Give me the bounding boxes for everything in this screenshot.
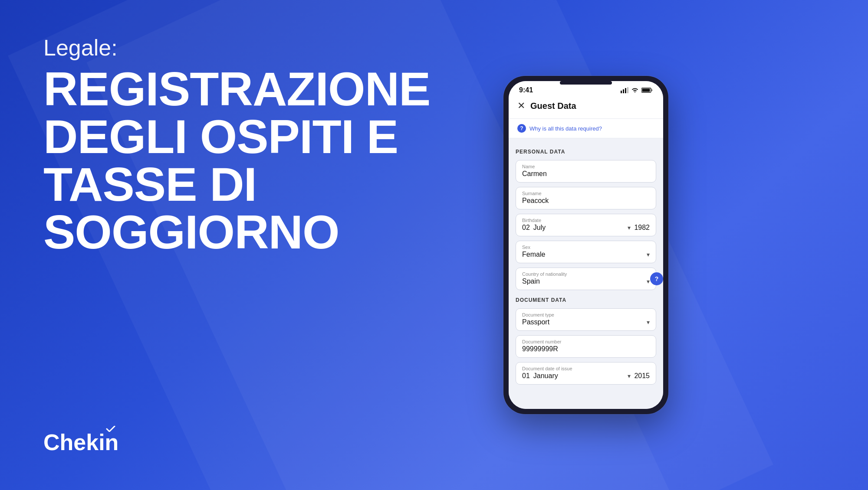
surname-value: Peacock [522,197,650,205]
nationality-field[interactable]: Country of nationality Spain ▾ [516,268,656,290]
doc-issue-month-chevron[interactable]: ▾ [628,372,631,379]
doc-type-field[interactable]: Document type Passport ▾ [516,308,656,331]
wifi-icon [631,87,639,93]
svg-rect-0 [621,91,622,93]
document-data-section-title: DOCUMENT DATA [516,297,656,303]
chekin-logo: Chekin [43,429,399,455]
status-time: 9:41 [519,86,533,94]
svg-rect-6 [651,89,653,91]
battery-icon [641,87,653,93]
brand-label: Legale: [43,35,399,61]
info-text: Why is all this data required? [529,125,602,132]
doc-type-chevron[interactable]: ▾ [647,319,650,326]
nationality-help-button[interactable]: ? [650,272,663,285]
title-line-2: DEGLI OSPITI E [43,113,399,160]
sex-label: Sex [522,245,650,250]
svg-rect-5 [642,89,650,92]
signal-icon [621,87,628,93]
nationality-chevron[interactable]: ▾ [647,278,650,285]
doc-issue-day: 01 [522,372,530,380]
doc-issue-label: Document date of issue [522,366,650,371]
title-line-3: TASSE DI [43,160,399,208]
surname-label: Surname [522,191,650,196]
svg-rect-1 [623,89,624,93]
svg-rect-3 [627,87,628,93]
title-line-4: SOGGIORNO [43,208,399,256]
birthdate-label: Birthdate [522,218,650,223]
left-panel: Legale: REGISTRAZIONE DEGLI OSPITI E TAS… [0,0,434,490]
doc-issue-year: 2015 [634,372,650,380]
phone-frame: 9:41 [503,76,668,414]
name-field[interactable]: Name Carmen [516,160,656,183]
nationality-value: Spain [522,278,540,285]
app-content[interactable]: PERSONAL DATA Name Carmen Surname Peacoc… [509,138,663,409]
name-value: Carmen [522,170,650,178]
birthdate-month: July [533,224,546,232]
personal-data-section-title: PERSONAL DATA [516,149,656,155]
sex-value: Female [522,251,545,258]
birthdate-month-chevron[interactable]: ▾ [628,224,631,231]
main-title: REGISTRAZIONE DEGLI OSPITI E TASSE DI SO… [43,65,399,256]
phone-screen: 9:41 [509,81,663,409]
top-content: Legale: REGISTRAZIONE DEGLI OSPITI E TAS… [43,35,399,256]
doc-issue-month: January [533,372,558,380]
app-header: ✕ Guest Data [509,97,663,119]
title-line-1: REGISTRAZIONE [43,65,399,113]
name-label: Name [522,164,650,169]
nationality-label: Country of nationality [522,271,650,277]
info-banner[interactable]: ? Why is all this data required? [509,119,663,138]
phone-notch [560,81,612,85]
doc-number-label: Document number [522,339,650,344]
svg-rect-2 [625,88,626,93]
birthdate-day: 02 [522,224,530,232]
chekin-logo-text: Chekin [43,429,118,455]
status-icons [621,87,653,93]
right-panel: 9:41 [434,0,738,490]
app-title: Guest Data [530,101,576,111]
doc-number-value: 99999999R [522,345,650,353]
doc-type-label: Document type [522,312,650,317]
brand-prefix-text: Legale: [43,35,118,60]
sex-field[interactable]: Sex Female ▾ [516,241,656,263]
info-icon: ? [517,124,526,133]
birthdate-year: 1982 [634,224,650,232]
sex-chevron[interactable]: ▾ [647,251,650,258]
close-button[interactable]: ✕ [517,100,525,111]
surname-field[interactable]: Surname Peacock [516,187,656,209]
doc-type-value: Passport [522,318,549,326]
doc-number-field[interactable]: Document number 99999999R [516,335,656,358]
